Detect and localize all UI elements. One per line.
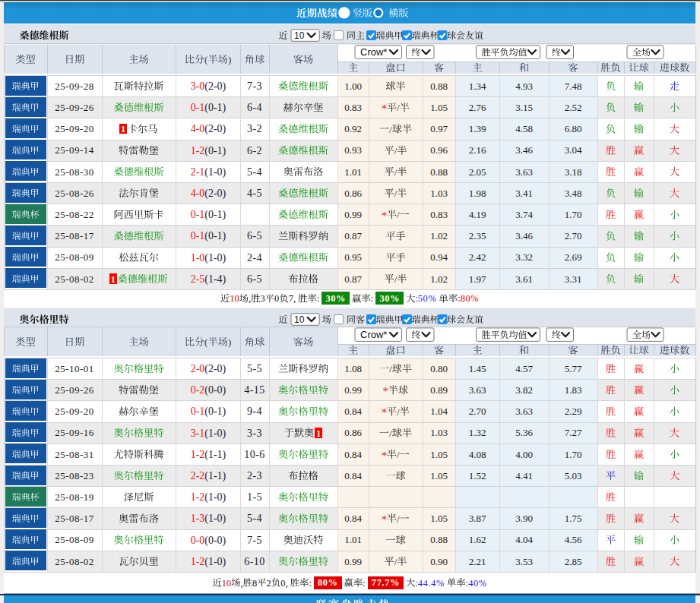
svg-text::: : [371, 293, 373, 304]
svg-text:0.80: 0.80 [430, 363, 448, 374]
svg-text:4.58: 4.58 [515, 123, 533, 134]
svg-text:(: ( [204, 336, 207, 348]
svg-text:25-09-26: 25-09-26 [55, 102, 94, 113]
svg-text:1.05: 1.05 [430, 449, 448, 460]
svg-text:80%: 80% [318, 577, 338, 588]
svg-text:0: 0 [274, 293, 279, 304]
svg-text:2.05: 2.05 [469, 166, 486, 178]
svg-text:3.74: 3.74 [515, 209, 533, 220]
svg-text:5.77: 5.77 [565, 363, 582, 374]
svg-text:1.83: 1.83 [565, 384, 582, 396]
svg-text:1.45: 1.45 [469, 363, 486, 374]
svg-text:2-0: 2-0 [191, 363, 205, 374]
svg-text:(1-1): (1-1) [204, 470, 226, 482]
svg-text:25-09-20: 25-09-20 [55, 123, 94, 134]
svg-text:1.05: 1.05 [430, 102, 448, 113]
svg-text:6.80: 6.80 [565, 123, 582, 134]
svg-text:7,: 7, [289, 293, 296, 304]
svg-text:4.93: 4.93 [515, 81, 533, 92]
svg-text:3.87: 3.87 [469, 513, 486, 524]
svg-text:4-0: 4-0 [191, 123, 205, 134]
svg-text:/: / [389, 363, 392, 374]
svg-text:2.69: 2.69 [565, 251, 582, 263]
svg-text:3.41: 3.41 [515, 188, 533, 199]
svg-text:0.99: 0.99 [344, 384, 362, 396]
svg-text:1.75: 1.75 [565, 513, 582, 524]
svg-text:4.41: 4.41 [515, 470, 533, 481]
svg-text:Crow*: Crow* [360, 46, 387, 58]
svg-text:6-4: 6-4 [247, 102, 262, 113]
svg-text:0-0: 0-0 [191, 535, 205, 546]
svg-text:3.15: 3.15 [515, 102, 533, 113]
svg-text:3-1: 3-1 [191, 428, 205, 439]
svg-text:Crow*: Crow* [360, 329, 387, 340]
svg-text:3.53: 3.53 [515, 556, 533, 567]
svg-text:0.90: 0.90 [430, 556, 448, 567]
svg-text:1.03: 1.03 [430, 188, 448, 199]
svg-text:10: 10 [294, 314, 305, 325]
svg-text:5.36: 5.36 [515, 427, 533, 438]
svg-text:0.84: 0.84 [344, 470, 362, 481]
svg-text:/: / [397, 449, 400, 460]
svg-text:5-4: 5-4 [247, 166, 262, 178]
svg-text:2-4: 2-4 [247, 252, 262, 264]
svg-text:/: / [394, 188, 398, 199]
svg-text:1-2: 1-2 [191, 145, 205, 156]
svg-text:1.02: 1.02 [430, 230, 448, 242]
svg-text:2.70: 2.70 [565, 230, 582, 242]
svg-text:25-08-09: 25-08-09 [55, 251, 94, 263]
svg-text:3.63: 3.63 [515, 166, 533, 178]
svg-text:0.83: 0.83 [430, 209, 448, 220]
svg-text:1.00: 1.00 [344, 81, 362, 92]
svg-text:3.32: 3.32 [515, 251, 533, 263]
svg-text:3.90: 3.90 [515, 513, 533, 524]
svg-text:80%: 80% [461, 293, 480, 304]
svg-text:4-5: 4-5 [247, 188, 262, 199]
svg-text:/: / [397, 102, 400, 113]
svg-text:25-08-31: 25-08-31 [55, 449, 94, 460]
svg-text:0-1: 0-1 [191, 406, 205, 417]
svg-text:44.4%: 44.4% [418, 578, 445, 589]
svg-text:(0-1): (0-1) [204, 145, 226, 157]
svg-text:1.39: 1.39 [469, 123, 486, 134]
svg-text:0.84: 0.84 [344, 449, 362, 460]
svg-text:1-2: 1-2 [191, 491, 205, 503]
svg-text:1: 1 [121, 124, 125, 134]
svg-text:7.27: 7.27 [565, 427, 582, 438]
svg-text:25-08-09: 25-08-09 [55, 534, 94, 545]
svg-text:0.97: 0.97 [430, 123, 448, 134]
svg-text:2.42: 2.42 [469, 251, 486, 263]
svg-text:/: / [394, 556, 398, 567]
svg-text:25-09-16: 25-09-16 [55, 427, 94, 438]
svg-text:10: 10 [294, 30, 305, 41]
svg-text:*: * [382, 210, 388, 222]
svg-text:(0-1): (0-1) [204, 209, 226, 221]
svg-text:3: 3 [261, 293, 265, 304]
svg-text:7.48: 7.48 [565, 81, 582, 92]
svg-text:5-5: 5-5 [247, 363, 262, 374]
svg-text:0.95: 0.95 [344, 251, 362, 263]
svg-text:25-08-17: 25-08-17 [55, 230, 94, 242]
svg-text:(1-0): (1-0) [204, 556, 226, 568]
svg-text:*: * [382, 406, 388, 418]
svg-text:2.29: 2.29 [565, 406, 582, 417]
svg-text:9-4: 9-4 [247, 406, 262, 417]
svg-text:,: , [249, 293, 251, 304]
svg-text:3.63: 3.63 [469, 384, 486, 396]
svg-text:1-2: 1-2 [191, 556, 205, 567]
svg-text:1: 1 [111, 274, 116, 285]
svg-text:2.85: 2.85 [565, 556, 582, 567]
svg-text:3-3: 3-3 [247, 428, 262, 439]
svg-text:0-2: 0-2 [191, 384, 205, 396]
svg-text:3.46: 3.46 [515, 144, 533, 156]
svg-text:(2-0): (2-0) [204, 363, 226, 375]
svg-text:0.88: 0.88 [430, 81, 448, 92]
svg-text:1.62: 1.62 [469, 534, 486, 545]
svg-text:0.86: 0.86 [344, 427, 362, 438]
svg-text:*: * [382, 513, 388, 526]
svg-text:6-2: 6-2 [247, 145, 262, 156]
svg-text:/: / [394, 166, 398, 178]
svg-text:1.03: 1.03 [430, 427, 448, 438]
svg-text:(1-0): (1-0) [204, 166, 226, 178]
svg-text:0.93: 0.93 [344, 144, 362, 156]
